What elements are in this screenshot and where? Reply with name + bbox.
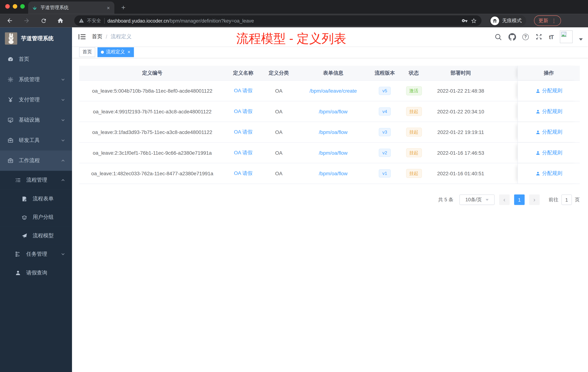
form-info-link[interactable]: /bpm/oa/flow bbox=[319, 129, 348, 135]
tab-close-icon[interactable]: × bbox=[106, 5, 111, 10]
form-info-link[interactable]: /bpm/oa/flow bbox=[319, 171, 348, 176]
goto-page-input[interactable] bbox=[561, 194, 572, 205]
cell-category: OA bbox=[261, 122, 297, 142]
browser-tab[interactable]: 芋道管理系统 × bbox=[28, 1, 114, 14]
security-label[interactable]: 不安全 bbox=[87, 17, 101, 24]
form-info-link[interactable]: /bpm/oa/flow bbox=[319, 109, 348, 114]
cell-filler bbox=[494, 143, 517, 163]
update-label[interactable]: 更新 bbox=[538, 17, 548, 24]
screen: 芋道管理系统 × + 不安全 dashboard.yudao.iocoder.c… bbox=[0, 0, 588, 372]
table-row: oa_leave:4:991f2193-7b7f-11ec-a3c8-acde4… bbox=[79, 101, 580, 122]
tag-home[interactable]: 首页 bbox=[79, 47, 95, 57]
home-icon[interactable] bbox=[56, 16, 65, 25]
assign-rule-link[interactable]: 分配规则 bbox=[542, 129, 562, 135]
browser-update-button[interactable]: 更新 ⋮ bbox=[534, 15, 561, 26]
chevron-up-icon bbox=[61, 158, 65, 163]
sidebar-toggle-icon[interactable] bbox=[78, 33, 86, 40]
fullscreen-icon[interactable] bbox=[535, 33, 543, 41]
avatar-caret-icon[interactable] bbox=[579, 38, 583, 40]
browser-toolbar: 不安全 dashboard.yudao.iocoder.cn/bpm/manag… bbox=[0, 14, 588, 27]
cell-actions: 分配规则 bbox=[517, 81, 580, 101]
font-size-icon[interactable]: tT bbox=[549, 34, 554, 40]
definition-name-link[interactable]: OA 请假 bbox=[234, 88, 252, 94]
help-icon[interactable]: ? bbox=[522, 34, 529, 40]
current-page-button[interactable]: 1 bbox=[514, 194, 525, 205]
sidebar-item-2[interactable]: 支付管理 bbox=[0, 90, 72, 110]
navbar-actions: ? tT bbox=[494, 30, 583, 43]
sidebar-item-7[interactable]: 流程表单 bbox=[0, 190, 72, 208]
sidebar-item-11[interactable]: 请假查询 bbox=[0, 263, 72, 282]
address-bar[interactable]: 不安全 dashboard.yudao.iocoder.cn/bpm/manag… bbox=[74, 15, 482, 26]
close-window-button[interactable] bbox=[5, 4, 10, 9]
back-icon[interactable] bbox=[5, 16, 14, 25]
chevron-down-icon bbox=[61, 138, 65, 143]
browser-menu-icon[interactable]: ⋮ bbox=[551, 18, 556, 23]
next-page-button[interactable]: › bbox=[529, 194, 540, 205]
key-icon[interactable] bbox=[462, 18, 468, 24]
form-info-link[interactable]: /bpm/oa/leave/create bbox=[309, 88, 357, 94]
robot-icon bbox=[21, 214, 27, 220]
forward-icon[interactable] bbox=[22, 16, 31, 25]
definition-name-link[interactable]: OA 请假 bbox=[234, 149, 252, 156]
minimize-window-button[interactable] bbox=[13, 4, 17, 9]
github-icon[interactable] bbox=[508, 33, 516, 41]
sidebar-item-label: 研发工具 bbox=[19, 137, 61, 144]
reload-icon[interactable] bbox=[39, 16, 48, 25]
sidebar-item-1[interactable]: 系统管理 bbox=[0, 69, 72, 90]
cell-deploy-time: 2022-01-22 21:48:38 bbox=[428, 81, 494, 101]
tab-title: 芋道管理系统 bbox=[41, 5, 103, 11]
app-logo-image bbox=[5, 32, 17, 44]
assign-rule-link[interactable]: 分配规则 bbox=[542, 108, 562, 115]
version-badge: v3 bbox=[378, 128, 391, 136]
definition-name-link[interactable]: OA 请假 bbox=[234, 108, 252, 115]
user-icon bbox=[535, 150, 540, 155]
cell-category: OA bbox=[261, 81, 297, 101]
url-path: /bpm/manager/definition?key=oa_leave bbox=[169, 18, 254, 23]
tag-process-definition-label: 流程定义 bbox=[106, 49, 125, 55]
sidebar-item-label: 支付管理 bbox=[19, 97, 61, 103]
tagbar: 首页 流程定义 × bbox=[72, 46, 588, 58]
form-info-link[interactable]: /bpm/oa/flow bbox=[319, 150, 348, 156]
page-size-select[interactable]: 10条/页 bbox=[460, 194, 495, 205]
url-text[interactable]: dashboard.yudao.iocoder.cn/bpm/manager/d… bbox=[107, 18, 459, 23]
assign-rule-link[interactable]: 分配规则 bbox=[542, 149, 562, 156]
toolbox-icon bbox=[8, 137, 13, 143]
tag-process-definition[interactable]: 流程定义 × bbox=[97, 47, 134, 57]
sidebar-item-3[interactable]: 基础设施 bbox=[0, 110, 72, 130]
avatar[interactable] bbox=[560, 30, 573, 43]
sidebar-item-0[interactable]: 首页 bbox=[0, 49, 72, 69]
cell-filler bbox=[494, 101, 517, 121]
app-logo[interactable]: 芋道管理系统 bbox=[0, 27, 72, 49]
tag-close-icon[interactable]: × bbox=[127, 50, 130, 55]
gauge-icon bbox=[8, 56, 13, 62]
sidebar-item-label: 首页 bbox=[19, 56, 65, 63]
search-icon[interactable] bbox=[494, 33, 502, 41]
sidebar-item-6[interactable]: 流程管理 bbox=[0, 171, 72, 189]
user-icon bbox=[535, 88, 540, 93]
definition-name-link[interactable]: OA 请假 bbox=[234, 170, 252, 177]
version-badge: v5 bbox=[378, 87, 391, 95]
col-header-form: 表单信息 bbox=[296, 66, 370, 80]
sidebar-item-9[interactable]: 流程模型 bbox=[0, 226, 72, 245]
col-header-deploy-time: 部署时间 bbox=[428, 66, 494, 80]
breadcrumb-home[interactable]: 首页 bbox=[92, 33, 102, 40]
prev-page-button[interactable]: ‹ bbox=[499, 194, 510, 205]
user-icon bbox=[535, 130, 540, 135]
maximize-window-button[interactable] bbox=[20, 4, 25, 9]
assign-rule-link[interactable]: 分配规则 bbox=[542, 170, 562, 177]
window-controls[interactable] bbox=[5, 4, 25, 9]
sidebar-item-8[interactable]: 用户分组 bbox=[0, 208, 72, 226]
sidebar-item-4[interactable]: 研发工具 bbox=[0, 130, 72, 151]
definition-name-link[interactable]: OA 请假 bbox=[234, 129, 252, 135]
monitor-icon bbox=[8, 117, 13, 123]
chevron-down-icon bbox=[61, 252, 65, 256]
bookmark-star-icon[interactable] bbox=[471, 17, 477, 24]
assign-rule-link[interactable]: 分配规则 bbox=[542, 88, 562, 94]
new-tab-button[interactable]: + bbox=[118, 2, 129, 13]
sidebar-item-5[interactable]: 工作流程 bbox=[0, 151, 72, 171]
cell-deploy-time: 2022-01-16 17:46:53 bbox=[428, 143, 494, 163]
breadcrumb: 首页 / 流程定义 bbox=[92, 33, 131, 40]
sidebar-item-10[interactable]: 任务管理 bbox=[0, 245, 72, 263]
incognito-label: 无痕模式 bbox=[502, 17, 522, 24]
form-icon bbox=[21, 196, 27, 202]
